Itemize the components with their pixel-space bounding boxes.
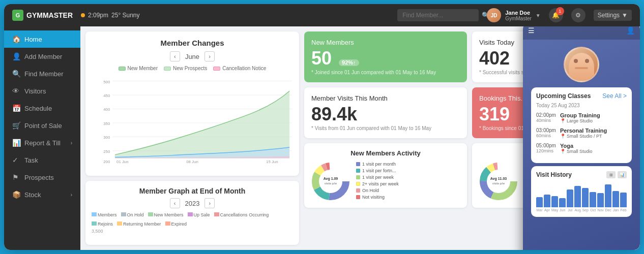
class-item-2: 03:00pm 60mins Personal Training 📍 Small… <box>536 128 627 139</box>
tablet-menu-icon[interactable]: ☰ <box>528 26 535 35</box>
chart-nav: ‹ June › <box>93 51 292 61</box>
dot-2-plus <box>356 182 360 186</box>
sidebar-item-label: Home <box>24 36 42 43</box>
member-graph-title: Member Graph at End of Month <box>92 187 293 195</box>
user-name: Jane Doe GymMaster <box>505 10 532 21</box>
bar-value-oct <box>590 192 596 207</box>
sidebar-item-add-member[interactable]: 👤 Add Member <box>4 48 80 65</box>
dot-not-visiting <box>356 195 360 199</box>
bar-value-jul <box>567 189 573 207</box>
gear-icon: ⚙ <box>575 12 581 19</box>
member-graph-legend: Members On Hold New Members Up Sale Canc… <box>92 212 293 227</box>
sidebar-item-visitors[interactable]: 👁 Visitors <box>4 82 80 100</box>
legend-1-per-fortn: 1 visit per fortn... <box>356 168 461 173</box>
activity-content: Avg 1.09 visits p/w 1 visit per month <box>310 161 461 202</box>
bar-feb: Feb <box>620 193 627 212</box>
activity-donut-svg: Avg 1.09 visits p/w <box>310 161 351 202</box>
sidebar-item-label: Add Member <box>24 53 62 60</box>
sidebar-item-stock[interactable]: 📦 Stock › <box>4 186 80 203</box>
legend-on-hold: On Hold <box>356 188 461 193</box>
arrow-icon: › <box>71 140 72 146</box>
app-wrapper: G GYMMASTER 2:09pm 25° Sunny 🔍 JD Jane D… <box>4 4 640 250</box>
tablet-user-icon[interactable]: 👤 <box>626 26 635 35</box>
sidebar-item-home[interactable]: 🏠 Home <box>4 30 80 48</box>
search-bar[interactable]: 🔍 <box>397 9 479 21</box>
search-input[interactable] <box>402 12 479 19</box>
legend-rejoins: Rejoins <box>92 221 113 227</box>
svg-text:Avg 11.03: Avg 11.03 <box>490 177 507 181</box>
y-axis-start: 3,500 <box>92 229 293 234</box>
prospects-icon: ⚑ <box>12 173 20 181</box>
settings-icon-button[interactable]: ⚙ <box>571 8 586 22</box>
sidebar-item-prospects[interactable]: ⚑ Prospects <box>4 169 80 186</box>
sidebar-item-report[interactable]: 📊 Report & Till › <box>4 134 80 151</box>
sidebar-item-pos[interactable]: 🛒 Point of Sale <box>4 117 80 134</box>
sidebar-item-schedule[interactable]: 📅 Schedule <box>4 100 80 117</box>
member-changes-card: Member Changes ‹ June › New Member <box>85 31 299 176</box>
bar-nov: Nov <box>597 193 604 212</box>
next-month-button[interactable]: › <box>204 51 215 61</box>
visit-history-header: Visit History ⊞ 📊 <box>536 171 627 178</box>
mini-bar-chart: Mar Apr May <box>536 181 627 212</box>
member-graph-nav: ‹ 2023 › <box>92 198 293 208</box>
prev-month-button[interactable]: ‹ <box>170 51 180 61</box>
bar-jun: Jun <box>559 198 566 212</box>
bar-value-dec <box>605 184 611 207</box>
svg-text:350: 350 <box>103 121 110 126</box>
tablet-top-bar: ☰ 👤 <box>523 26 640 40</box>
location-pin-icon-2: 📍 <box>560 134 566 139</box>
sidebar-item-task[interactable]: ✓ Task <box>4 151 80 169</box>
notification-button[interactable]: 🔔 1 <box>549 8 563 22</box>
logo-icon: G <box>12 10 23 21</box>
location-pin-icon-3: 📍 <box>560 149 566 154</box>
table-view-icon[interactable]: ⊞ <box>606 171 616 178</box>
bar-mar: Mar <box>536 197 543 212</box>
legend-label-cancellation: Cancellation Notice <box>222 66 266 71</box>
right-column: New Members 50 92%↑ * Joined since 01 Ju… <box>304 31 635 245</box>
activity-legend: 1 visit per month 1 visit per fortn... 1… <box>356 162 461 201</box>
legend-color-cancellation <box>213 67 220 71</box>
schedule-icon: 📅 <box>12 104 20 112</box>
bar-apr: Apr <box>544 195 550 212</box>
chart-legend: New Member New Prospects Cancellation No… <box>93 66 292 71</box>
legend-returning: Returning Member <box>117 221 161 227</box>
bar-sep: Sep <box>582 188 589 212</box>
next-year-button[interactable]: › <box>204 198 215 208</box>
sidebar-item-label: Point of Sale <box>24 122 62 130</box>
legend-new-member: New Member <box>119 66 158 71</box>
dot-1-per-month <box>356 162 360 166</box>
legend-cancellation: Cancellation Notice <box>213 66 266 71</box>
class-item-3: 05:00pm 120mins Yoga 📍 Small Studio <box>536 143 627 154</box>
bar-value-sep <box>582 188 589 207</box>
class-time-2: 03:00pm 60mins <box>536 128 556 138</box>
main-layout: 🏠 Home 👤 Add Member 🔍 Find Member 👁 Visi… <box>4 26 640 250</box>
svg-text:500: 500 <box>103 80 110 84</box>
sidebar-item-find-member[interactable]: 🔍 Find Member <box>4 65 80 82</box>
class-info-1: Group Training 📍 Large Studio <box>560 112 627 123</box>
sidebar: 🏠 Home 👤 Add Member 🔍 Find Member 👁 Visi… <box>4 26 80 250</box>
sidebar-item-label: Stock <box>24 191 41 199</box>
bar-value-mar <box>536 197 543 207</box>
new-members-badge: 92%↑ <box>339 59 359 66</box>
sidebar-item-label: Prospects <box>24 174 54 181</box>
settings-chevron-icon: ▼ <box>622 12 628 19</box>
svg-text:200: 200 <box>103 160 110 164</box>
weather-display: 25° Sunny <box>111 12 140 19</box>
bar-oct: Oct <box>590 192 596 212</box>
member-visits-value: 89.4k <box>311 105 460 123</box>
legend-2-plus: 2+ visits per week <box>356 181 461 186</box>
avatar-face <box>569 53 594 81</box>
member-visits-sub: * Visits from 01 Jun compared with 01 Ma… <box>311 125 460 131</box>
legend-up-sale: Up Sale <box>188 212 210 217</box>
class-info-2: Personal Training 📍 Small Studio / PT <box>560 128 627 139</box>
bar-value-apr <box>544 195 550 207</box>
see-all-link[interactable]: See All > <box>602 92 627 100</box>
prev-year-button[interactable]: ‹ <box>170 198 180 208</box>
legend-new-prospects: New Prospects <box>164 66 207 71</box>
settings-button[interactable]: Settings ▼ <box>594 10 632 21</box>
tablet-avatar <box>564 47 599 82</box>
legend-on-hold: On Hold <box>121 212 144 217</box>
bar-value-aug <box>574 186 581 207</box>
chart-view-icon[interactable]: 📊 <box>618 171 627 178</box>
dot-on-hold <box>356 188 360 193</box>
